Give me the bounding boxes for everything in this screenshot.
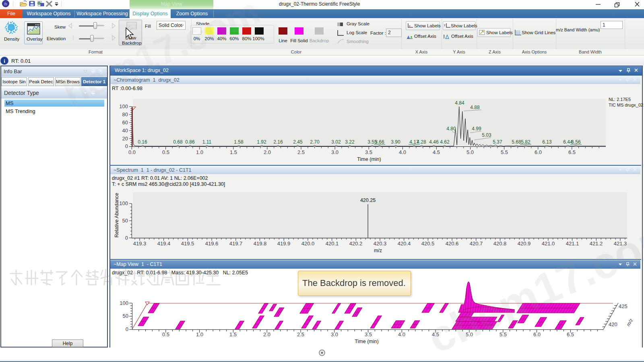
svg-text:i: i xyxy=(4,58,5,64)
svg-text:fs: fs xyxy=(4,2,7,6)
svg-text:y: y xyxy=(444,23,446,27)
svg-text:x: x xyxy=(409,25,411,27)
